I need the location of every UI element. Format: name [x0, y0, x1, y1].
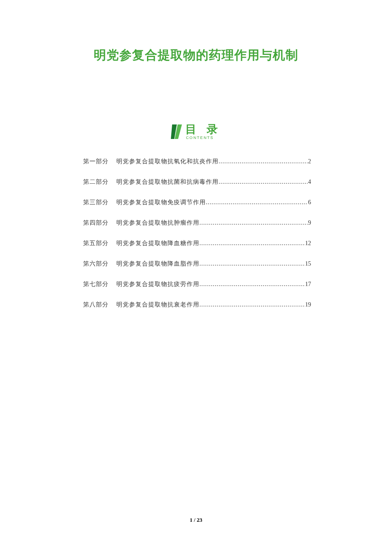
- toc-heading: 目 录: [185, 124, 221, 135]
- toc-part-label: 第二部分: [83, 178, 109, 186]
- toc-entry-title: 明党参复合提取物抗衰老作用: [116, 301, 199, 309]
- toc-icon: [171, 124, 182, 139]
- toc-entry-title: 明党参复合提取物抗菌和抗病毒作用: [116, 178, 219, 186]
- toc-part-label: 第四部分: [83, 219, 109, 227]
- toc-list: 第一部分 明党参复合提取物抗氧化和抗炎作用 2 第二部分 明党参复合提取物抗菌和…: [43, 158, 349, 309]
- toc-part-label: 第六部分: [83, 260, 109, 268]
- toc-entry-title: 明党参复合提取物降血糖作用: [116, 240, 199, 247]
- toc-leader-dots: [219, 179, 308, 185]
- toc-page-number: 17: [305, 281, 311, 288]
- toc-entry-title: 明党参复合提取物抗肿瘤作用: [116, 219, 199, 227]
- toc-leader-dots: [199, 260, 305, 267]
- toc-page-number: 2: [308, 158, 311, 165]
- toc-page-number: 9: [308, 220, 311, 226]
- toc-part-label: 第七部分: [83, 280, 109, 288]
- toc-part-label: 第三部分: [83, 199, 109, 206]
- page-footer: 1 / 23: [0, 517, 392, 523]
- toc-entry-title: 明党参复合提取物抗疲劳作用: [116, 280, 199, 288]
- toc-row[interactable]: 第二部分 明党参复合提取物抗菌和抗病毒作用 4: [83, 178, 311, 186]
- toc-entry-title: 明党参复合提取物免疫调节作用: [116, 199, 206, 206]
- toc-row[interactable]: 第七部分 明党参复合提取物抗疲劳作用 17: [83, 280, 311, 288]
- toc-part-label: 第一部分: [83, 158, 109, 165]
- toc-leader-dots: [199, 240, 305, 247]
- toc-entry-title: 明党参复合提取物降血脂作用: [116, 260, 199, 268]
- toc-page-number: 6: [308, 199, 311, 206]
- toc-row[interactable]: 第八部分 明党参复合提取物抗衰老作用 19: [83, 301, 311, 309]
- toc-entry-title: 明党参复合提取物抗氧化和抗炎作用: [116, 158, 219, 165]
- toc-row[interactable]: 第三部分 明党参复合提取物免疫调节作用 6: [83, 199, 311, 206]
- document-page: 明党参复合提取物的药理作用与机制 目 录 CONTENTS 第一部分 明党参复合…: [0, 0, 392, 309]
- toc-part-label: 第八部分: [83, 301, 109, 309]
- toc-leader-dots: [199, 220, 308, 226]
- toc-subheading: CONTENTS: [186, 136, 214, 140]
- toc-header: 目 录 CONTENTS: [43, 124, 349, 140]
- toc-page-number: 12: [305, 240, 311, 247]
- toc-row[interactable]: 第五部分 明党参复合提取物降血糖作用 12: [83, 240, 311, 247]
- toc-part-label: 第五部分: [83, 240, 109, 247]
- document-title: 明党参复合提取物的药理作用与机制: [43, 47, 349, 64]
- toc-leader-dots: [206, 199, 308, 206]
- toc-row[interactable]: 第六部分 明党参复合提取物降血脂作用 15: [83, 260, 311, 268]
- toc-page-number: 15: [305, 260, 311, 267]
- toc-leader-dots: [219, 158, 308, 165]
- toc-page-number: 19: [305, 301, 311, 308]
- toc-page-number: 4: [308, 179, 311, 185]
- toc-leader-dots: [199, 301, 305, 308]
- toc-leader-dots: [199, 281, 305, 288]
- toc-row[interactable]: 第一部分 明党参复合提取物抗氧化和抗炎作用 2: [83, 158, 311, 165]
- toc-title-wrap: 目 录 CONTENTS: [185, 124, 221, 140]
- toc-row[interactable]: 第四部分 明党参复合提取物抗肿瘤作用 9: [83, 219, 311, 227]
